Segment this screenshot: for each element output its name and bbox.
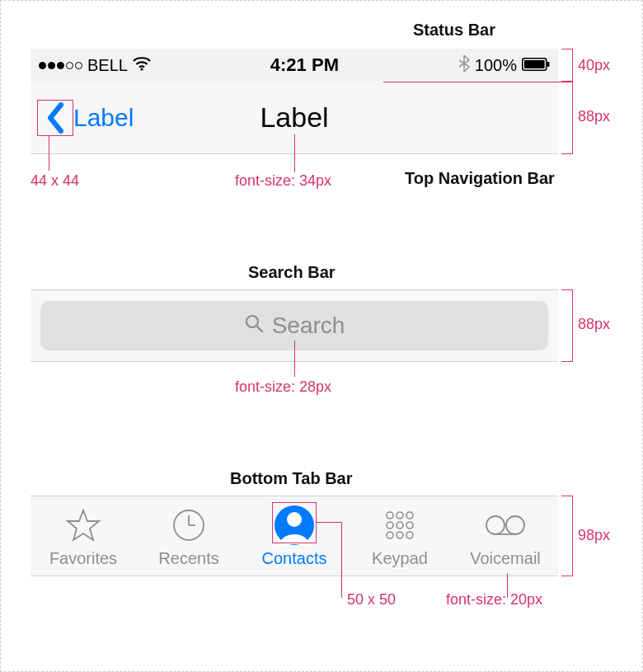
svg-point-21: [486, 516, 505, 534]
carrier-label: BELL: [87, 56, 128, 75]
tab-label: Voicemail: [470, 549, 541, 568]
annotation-box: [37, 100, 73, 136]
svg-point-17: [406, 522, 413, 529]
star-icon: [63, 505, 104, 546]
dim-bracket: [561, 496, 573, 576]
section-label-nav: Top Navigation Bar: [405, 169, 555, 188]
annotation-box: [272, 502, 317, 543]
svg-rect-2: [524, 60, 545, 68]
tab-label: Recents: [158, 549, 218, 568]
svg-rect-3: [547, 62, 550, 67]
dim-bracket: [561, 289, 573, 362]
status-bar: BELL 4:21 PM 100%: [31, 49, 558, 82]
annotation: 40px: [578, 57, 610, 74]
svg-point-13: [397, 512, 403, 519]
svg-line-5: [256, 327, 262, 332]
svg-point-19: [397, 532, 403, 538]
nav-title: Label: [260, 101, 328, 134]
svg-point-15: [387, 522, 393, 529]
search-icon: [244, 313, 264, 339]
bluetooth-icon: [458, 54, 470, 77]
tab-label: Keypad: [372, 549, 428, 568]
annotation: font-size: 28px: [235, 378, 331, 396]
voicemail-icon: [485, 505, 526, 546]
tab-recents[interactable]: Recents: [136, 496, 242, 576]
svg-point-22: [506, 516, 524, 534]
svg-point-18: [387, 532, 393, 538]
annotation-line: [294, 134, 295, 172]
battery-icon: [522, 56, 550, 75]
tab-label: Contacts: [262, 549, 327, 568]
svg-point-16: [397, 522, 403, 529]
section-label-status: Status Bar: [413, 21, 495, 40]
annotation: font-size: 34px: [235, 172, 331, 190]
svg-point-20: [406, 532, 413, 538]
annotation: font-size: 20px: [446, 591, 542, 609]
tab-favorites[interactable]: Favorites: [31, 496, 136, 576]
tab-voicemail[interactable]: Voicemail: [453, 496, 558, 576]
svg-point-0: [140, 68, 143, 70]
keypad-icon: [379, 505, 420, 546]
back-label: Label: [73, 104, 134, 132]
annotation: 88px: [578, 316, 610, 333]
dim-bracket: [561, 82, 573, 154]
annotation: 44 x 44: [31, 172, 79, 190]
annotation: 50 x 50: [347, 591, 396, 609]
status-left: BELL: [39, 56, 151, 75]
tab-label: Favorites: [49, 549, 117, 568]
search-placeholder: Search: [272, 313, 345, 339]
annotation-line: [383, 82, 561, 82]
svg-marker-6: [68, 510, 99, 540]
clock-label: 4:21 PM: [270, 54, 339, 76]
wifi-icon: [133, 56, 151, 75]
annotation: 88px: [578, 108, 610, 125]
section-label-search: Search Bar: [248, 263, 336, 282]
annotation-line: [317, 522, 341, 523]
annotation-line: [49, 136, 49, 171]
dim-bracket: [561, 49, 573, 82]
tab-keypad[interactable]: Keypad: [347, 496, 453, 576]
clock-icon: [168, 505, 209, 546]
annotation-line: [341, 522, 342, 598]
signal-dots-icon: [39, 62, 82, 69]
section-label-tabbar: Bottom Tab Bar: [230, 469, 353, 488]
annotation-line: [294, 341, 295, 377]
status-right: 100%: [458, 54, 550, 77]
annotation: 98px: [578, 527, 610, 544]
svg-point-12: [387, 512, 393, 519]
battery-percent: 100%: [475, 56, 517, 75]
svg-point-14: [406, 512, 413, 519]
